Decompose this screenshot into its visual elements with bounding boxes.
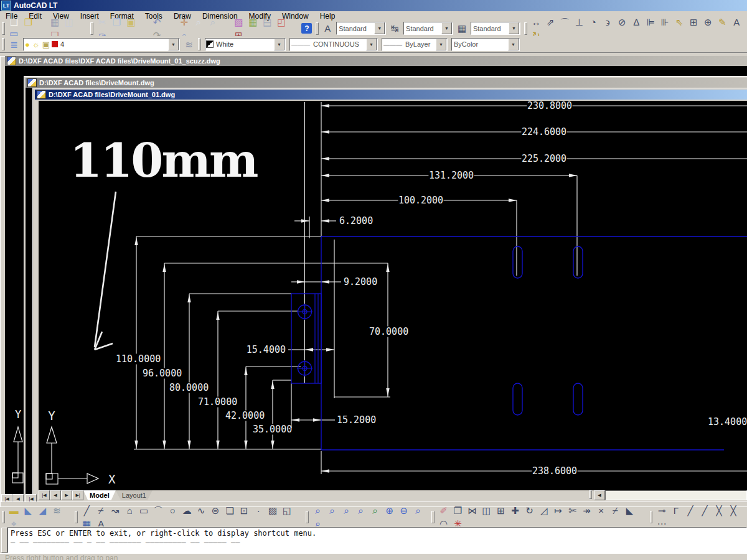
- layers-grid-icon[interactable]: ▦: [246, 16, 260, 29]
- layer-color-swatch[interactable]: [52, 41, 58, 47]
- lineweight-combo[interactable]: ——— ByLayer ▼: [382, 38, 448, 51]
- snap-from-icon[interactable]: ⊸: [654, 504, 669, 517]
- dim-style-icon[interactable]: ↹: [388, 22, 402, 35]
- layer-on-icon[interactable]: ●: [25, 40, 30, 49]
- dim-angular-icon[interactable]: ∆: [629, 16, 644, 29]
- xline-icon[interactable]: ⌿: [94, 504, 108, 517]
- dim-arc-icon[interactable]: ⌒: [558, 16, 572, 29]
- mass-icon[interactable]: ◢: [35, 504, 50, 517]
- new-icon[interactable]: ❑: [7, 16, 21, 29]
- layer-previous-icon[interactable]: ≋: [182, 38, 196, 51]
- mirror-icon[interactable]: ⋈: [465, 504, 479, 517]
- properties-icon[interactable]: ▤: [260, 16, 275, 29]
- chevron-down-icon[interactable]: ▼: [441, 22, 452, 34]
- help-icon[interactable]: ?: [301, 23, 312, 34]
- toolbar-grip[interactable]: [90, 22, 93, 35]
- region-icon[interactable]: ◱: [280, 504, 294, 517]
- area-icon[interactable]: ◣: [21, 504, 35, 517]
- toolbar-grip[interactable]: [431, 511, 435, 523]
- window-active-titlebar[interactable]: D:\DXF ACAD files\DriveMount_01.dwg: [35, 90, 747, 100]
- snap-apparent-icon[interactable]: ╳: [726, 504, 740, 517]
- move-icon[interactable]: ✚: [508, 504, 522, 517]
- command-input[interactable]: Press ESC or ENTER to exit, or right-cli…: [7, 527, 747, 553]
- hscroll-left-button[interactable]: ◀: [594, 490, 605, 500]
- chevron-down-icon[interactable]: ▼: [436, 39, 446, 50]
- designcenter-icon[interactable]: ◰: [275, 16, 289, 29]
- measure-icon[interactable]: ▬: [7, 504, 21, 517]
- track-point-icon[interactable]: Γ: [669, 504, 683, 517]
- scale-icon[interactable]: ◿: [537, 504, 551, 517]
- insert-block-icon[interactable]: ❏: [223, 504, 237, 517]
- toolbar-grip[interactable]: [2, 22, 5, 35]
- trim-icon[interactable]: ✄: [565, 504, 580, 517]
- toolbar-grip[interactable]: [75, 511, 78, 523]
- toolbar-grip[interactable]: [2, 511, 5, 523]
- toolbar-grip[interactable]: [316, 22, 319, 35]
- tab-scroll-last[interactable]: ▶|: [72, 490, 83, 500]
- dim-diameter-icon[interactable]: ⊘: [615, 16, 629, 29]
- open-icon[interactable]: ❒: [21, 16, 35, 29]
- tab-model[interactable]: Model: [83, 490, 116, 500]
- command-grip[interactable]: [1, 528, 7, 553]
- line-icon[interactable]: ╱: [80, 504, 94, 517]
- chamfer-icon[interactable]: ◣: [622, 504, 637, 517]
- list-icon[interactable]: ≋: [50, 504, 64, 517]
- dim-style-combo[interactable]: Standard ▼: [403, 22, 453, 35]
- zoom-dynamic-icon[interactable]: ⌕: [325, 504, 339, 517]
- hscroll-track[interactable]: [605, 490, 747, 500]
- polyline-icon[interactable]: ↝: [108, 504, 123, 517]
- snap-int-icon[interactable]: ╳: [712, 504, 726, 517]
- zoom-in-icon[interactable]: ⊕: [382, 504, 397, 517]
- circle-icon[interactable]: ○: [166, 504, 180, 517]
- zoom-all-icon[interactable]: ⌕: [411, 504, 425, 517]
- zoom-object-icon[interactable]: ⌕: [368, 504, 382, 517]
- copy2-icon[interactable]: ❐: [451, 504, 465, 517]
- window-back-titlebar[interactable]: D:\DXF ACAD files\DXF ACAD files\DriveMo…: [5, 56, 747, 66]
- arc-icon[interactable]: ⌒: [151, 504, 166, 517]
- paste-icon[interactable]: ▣: [124, 16, 138, 29]
- pan-icon[interactable]: ✛: [177, 16, 191, 29]
- table-style-icon[interactable]: ▦: [455, 22, 469, 35]
- toolbar-grip[interactable]: [524, 22, 527, 35]
- linetype-combo[interactable]: ——— CONTINUOUS ▼: [289, 38, 378, 51]
- chevron-down-icon[interactable]: ▼: [509, 22, 519, 34]
- drawing-canvas[interactable]: 230.8000224.6000225.2000131.2000100.2000…: [39, 101, 747, 490]
- palette-icon[interactable]: ▨: [232, 16, 246, 29]
- dim-ordinate-icon[interactable]: ⊥: [572, 16, 586, 29]
- cut-icon[interactable]: ✂: [95, 16, 110, 29]
- menu-help[interactable]: Help: [314, 12, 341, 21]
- tab-scroll-prev[interactable]: ◀: [50, 490, 61, 500]
- array-icon[interactable]: ⊞: [494, 504, 508, 517]
- text-style-icon[interactable]: A: [321, 22, 334, 35]
- dim-textedit-icon[interactable]: A: [730, 16, 744, 29]
- copy-icon[interactable]: ❐: [110, 16, 124, 29]
- zoom-scale-icon[interactable]: ⌕: [339, 504, 354, 517]
- zoom-window2-icon[interactable]: ⌕: [311, 504, 325, 517]
- toolbar-grip[interactable]: [306, 511, 309, 523]
- color-combo[interactable]: White ▼: [205, 38, 286, 51]
- dim-tolerance-icon[interactable]: ⊞: [687, 16, 701, 29]
- tab-scroll-first[interactable]: |◀: [39, 490, 50, 500]
- table-style-combo[interactable]: Standard ▼: [471, 22, 520, 35]
- dim-radius-icon[interactable]: ◔: [586, 16, 601, 29]
- spline-icon[interactable]: ∿: [194, 504, 209, 517]
- scrollbar-splitter[interactable]: [589, 490, 592, 499]
- make-block-icon[interactable]: ⊡: [237, 504, 251, 517]
- revcloud-icon[interactable]: ☁: [180, 504, 194, 517]
- extend-icon[interactable]: ↠: [580, 504, 594, 517]
- rectangle-icon[interactable]: ▭: [137, 504, 151, 517]
- layer-lock-icon[interactable]: ▣: [42, 40, 50, 49]
- dim-linear-icon[interactable]: ↔: [529, 16, 543, 29]
- chevron-down-icon[interactable]: ▼: [374, 22, 385, 34]
- window-middle-titlebar[interactable]: D:\DXF ACAD files\DriveMount.dwg: [26, 78, 747, 88]
- dim-aligned-icon[interactable]: ⇗: [543, 16, 558, 29]
- layer-combo[interactable]: ● ☼ ▣ 4 ▼: [23, 38, 180, 51]
- offset-icon[interactable]: ◫: [479, 504, 494, 517]
- layers-icon[interactable]: ≣: [7, 38, 21, 51]
- hatch-icon[interactable]: ▨: [266, 504, 280, 517]
- break-point-icon[interactable]: ×: [594, 504, 608, 517]
- plotstyle-combo[interactable]: ByColor ▼: [451, 38, 520, 51]
- snap-end-icon[interactable]: ╱: [683, 504, 697, 517]
- app-titlebar[interactable]: LT AutoCAD LT: [0, 0, 747, 11]
- chevron-down-icon[interactable]: ▼: [366, 39, 377, 50]
